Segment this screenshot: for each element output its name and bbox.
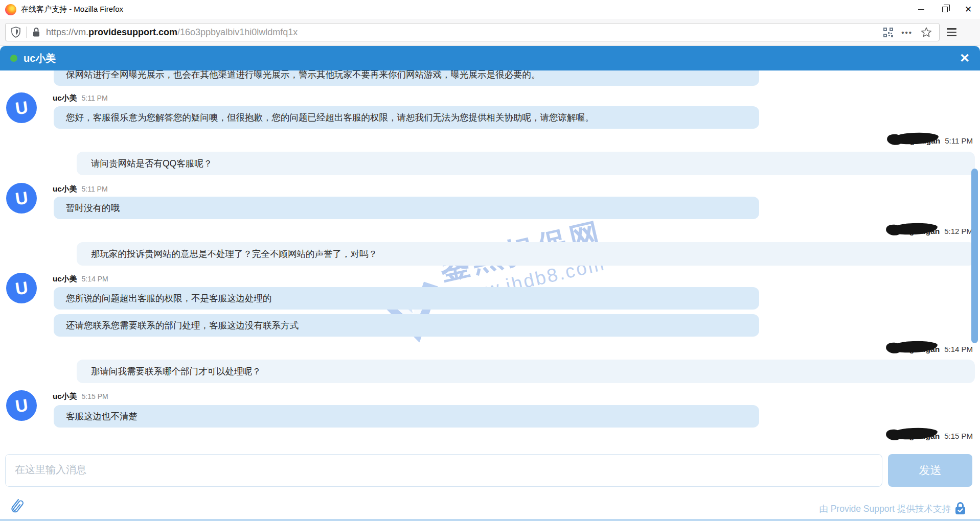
secure-lock-icon [955,502,966,515]
message-bubble: 那请问我需要联系哪个部门才可以处理呢？ [77,360,975,383]
url-text: https://vm.providesupport.com/16o3ppbyal… [46,27,883,38]
bookmark-star-icon[interactable] [921,27,932,38]
online-status-dot [10,55,17,62]
message-text: 您好，客服很乐意为您解答您的疑问噢，但很抱歉，您的问题已经超出客服的权限，请恕我… [66,111,594,124]
visitor-message-header: dinghaigan 5:14 PM [897,345,973,354]
lock-icon [32,27,41,38]
url-scheme: https://vm. [46,27,88,37]
window-title: 在线客户支持 - Mozilla Firefox [21,5,123,14]
url-bar[interactable]: https://vm.providesupport.com/16o3ppbyal… [5,23,940,41]
widget-bottom-border [0,519,980,521]
message-bubble: 请问贵网站是否有QQ客服呢？ [77,152,975,175]
message-bubble: 您好，客服很乐意为您解答您的疑问噢，但很抱歉，您的问题已经超出客服的权限，请恕我… [54,106,759,129]
chat-agent-title: uc小美 [24,52,56,65]
attachment-paperclip-icon[interactable] [7,497,24,514]
url-domain: providesupport.com [88,27,177,37]
restore-button[interactable] [933,0,956,19]
message-time: 5:12 PM [944,227,973,235]
agent-name: uc小美 [53,93,77,103]
message-time: 5:14 PM [82,275,108,283]
url-path: /16o3ppbyalbiv1hi0lwldmfq1x [177,27,298,37]
message-text: 那请问我需要联系哪个部门才可以处理呢？ [91,365,261,377]
chat-message-list[interactable]: 鉴黑担保网 www.jhdb8.com 保网站进行全网曝光展示，也会在其他渠道进… [0,70,980,448]
avatar-letter: U [14,188,29,207]
message-bubble: 还请您联系您需要联系的部门处理，客服这边没有联系方式 [54,314,759,337]
message-text: 请问贵网站是否有QQ客服呢？ [91,157,212,170]
message-bubble: 您所说的问题超出客服的权限，不是客服这边处理的 [54,287,759,310]
chat-widget: uc小美 ✕ 鉴黑担保网 www.jhdb8.com 保网站进行全网曝光展示，也… [0,46,980,521]
agent-avatar: U [6,390,37,421]
send-button[interactable]: 发送 [888,454,972,487]
menu-icon[interactable] [947,28,956,36]
minimize-icon [918,9,924,10]
close-icon: ✕ [965,5,972,14]
message-time: 5:11 PM [82,94,108,102]
agent-avatar: U [6,92,37,123]
message-text: 那玩家的投诉贵网站的意思是不处理了？完全不顾网站的声誉了，对吗？ [91,248,377,260]
visitor-message-header: dinghaigan 5:11 PM [898,136,973,146]
message-time: 5:11 PM [82,185,108,193]
page-actions-icon[interactable]: ••• [901,28,913,37]
firefox-icon [5,4,16,15]
qr-code-icon[interactable] [883,28,893,37]
agent-message-header: uc小美 5:11 PM [53,184,108,194]
chat-header: uc小美 ✕ [0,46,980,70]
message-text: 暂时没有的哦 [66,202,120,214]
avatar-letter: U [14,278,29,297]
agent-message-header: uc小美 5:11 PM [53,93,108,103]
browser-navbar: https://vm.providesupport.com/16o3ppbyal… [0,19,980,46]
message-bubble: 客服这边也不清楚 [54,405,759,428]
shield-icon[interactable] [11,27,21,38]
powered-by-label: 由 Provide Support 提供技术支持 [819,503,951,515]
urlbar-divider [26,27,27,38]
restore-icon [942,7,948,12]
message-text: 还请您联系您需要联系的部门处理，客服这边没有联系方式 [66,319,299,331]
message-time: 5:15 PM [944,432,973,440]
message-text: 客服这边也不清楚 [66,410,138,422]
agent-avatar: U [6,183,37,214]
message-bubble-cutoff: 保网站进行全网曝光展示，也会在其他渠道进行曝光展示，警示其他玩家不要再来你们网站… [54,70,759,86]
visitor-message-header: dinghaigan 5:15 PM [897,432,973,441]
powered-by[interactable]: 由 Provide Support 提供技术支持 [819,502,966,515]
message-text: 您所说的问题超出客服的权限，不是客服这边处理的 [66,292,272,304]
message-bubble: 那玩家的投诉贵网站的意思是不处理了？完全不顾网站的声誉了，对吗？ [77,242,975,266]
browser-titlebar: 在线客户支持 - Mozilla Firefox ✕ [0,0,980,19]
avatar-letter: U [14,98,29,117]
message-text: 保网站进行全网曝光展示，也会在其他渠道进行曝光展示，警示其他玩家不要再来你们网站… [66,70,540,81]
chat-scrollbar[interactable] [971,169,978,343]
agent-avatar: U [6,273,37,303]
close-window-button[interactable]: ✕ [956,0,980,19]
agent-name: uc小美 [53,184,77,194]
message-input[interactable] [5,454,882,487]
chat-close-button[interactable]: ✕ [960,52,970,64]
avatar-letter: U [14,396,29,415]
visitor-message-header: dinghaigan 5:12 PM [897,227,973,236]
agent-message-header: uc小美 5:15 PM [53,392,108,401]
agent-name: uc小美 [53,392,77,401]
minimize-button[interactable] [909,0,933,19]
message-bubble: 暂时没有的哦 [54,197,759,219]
agent-name: uc小美 [53,274,77,284]
message-time: 5:15 PM [82,392,108,400]
message-time: 5:14 PM [944,345,973,353]
agent-message-header: uc小美 5:14 PM [53,274,108,284]
message-time: 5:11 PM [945,136,973,145]
